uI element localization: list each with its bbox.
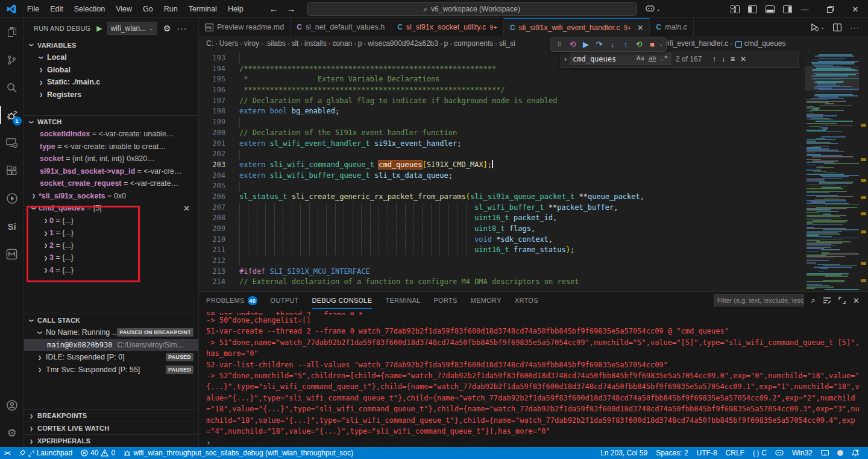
match-case-icon[interactable]: Aa [635,54,646,62]
panel-tab-ports[interactable]: PORTS [433,292,457,309]
find-previous-icon[interactable]: ↑ [712,55,716,63]
copilot-status-item[interactable] [771,447,788,459]
code-line[interactable]: 196 ************************************… [199,85,802,96]
debug-console-output[interactable]: 50-var-update --thread 2 --frame 0 *-> 5… [199,309,868,437]
find-toggle-replace-icon[interactable]: › [561,55,570,63]
watch-section-header[interactable]: ❯WATCH [24,115,198,128]
debug-settings-gear-icon[interactable]: ⚙ [163,24,171,33]
editor-more-actions-icon[interactable]: ··· [850,23,860,32]
run-or-debug-button[interactable]: ⌄ [810,23,825,31]
back-arrow-icon[interactable]: ← [269,4,278,14]
source-control-icon[interactable] [0,46,24,74]
breadcrumb-item[interactable]: viroy [244,39,259,48]
code-line[interactable]: 211uint16_t frame_status); [199,245,802,256]
breadcrumb-item[interactable]: installs [304,39,327,48]
maximize-panel-icon[interactable] [838,297,846,304]
menu-help[interactable]: Help [222,2,249,16]
continue-button[interactable]: ▶ [579,40,593,49]
forward-arrow-icon[interactable]: → [287,4,296,14]
split-editor-icon[interactable] [833,24,841,31]
breadcrumb-item[interactable]: conan [332,39,352,48]
start-debug-icon[interactable]: ▶ [96,24,102,33]
watch-child-item[interactable]: ❯4 = {...} [24,264,198,277]
stop-button[interactable]: ■ [646,40,659,49]
tab-sl-net-default-values-h[interactable]: Csl_net_default_values.h [291,18,391,36]
watch-item-cmd-queues[interactable]: ❯cmd_queues = [5]✕ [24,202,198,215]
code-line[interactable]: 201extern sl_wifi_event_handler_t si91x_… [199,139,802,150]
remote-tools-icon[interactable] [0,129,24,157]
command-center-search[interactable]: ⌕ v6_workspace (Workspace) [307,2,637,16]
tab-preview-readme-md[interactable]: Preview readme.md [199,18,291,36]
language-mode-item[interactable]: { }C [749,447,771,459]
code-line[interactable]: 213#ifdef SLI_SI91X_MCU_INTERFACE [199,267,802,277]
code-line[interactable]: 198extern bool bg_enabled; [199,106,802,117]
toolbar-drag-grip[interactable]: ⠿ [553,41,566,48]
breadcrumb-item[interactable]: slt [291,39,298,48]
panel-tab-output[interactable]: OUTPUT [271,292,299,309]
variables-section-header[interactable]: ❯VARIABLES [24,39,198,51]
m-box-icon[interactable] [0,240,24,268]
console-search-icon[interactable]: ⌕ [811,296,816,305]
watch-child-item[interactable]: ❯1 = {...} [24,227,198,239]
tab-main-c[interactable]: Cmain.c [650,18,694,36]
variables-item-staticmainc[interactable]: ❯Static: ./main.c [24,76,198,89]
code-line[interactable]: 210void *sdk_context, [199,235,802,245]
step-into-button[interactable]: ↓ [606,40,619,49]
step-out-button[interactable]: ↑ [619,40,632,49]
run-and-debug-icon[interactable]: 1 [0,101,24,129]
restart-button[interactable]: ⟲ [632,40,646,49]
menu-run[interactable]: Run [159,2,183,16]
circle-tool-icon[interactable] [0,185,24,212]
indentation-item[interactable]: Spaces: 2 [652,447,692,459]
breadcrumb[interactable]: C:›Users›viroy›.silabs›slt›installs›cona… [199,36,868,51]
watch-item[interactable]: socket_create_request = <-var-create… [24,177,198,190]
settings-gear-icon[interactable]: ⚙ [0,419,24,447]
find-in-selection-icon[interactable]: ≡ [731,55,735,63]
debug-config-status-item[interactable]: wifi_wlan_throughput_soc_silabs_debug (w… [119,447,357,459]
screencast-item[interactable] [817,447,833,459]
launch-config-dropdown[interactable]: wifi_wlan... ⌄ [107,22,157,35]
platform-item[interactable]: Win32 [788,447,817,459]
menu-file[interactable]: File [22,2,45,16]
breadcrumb-item[interactable]: .silabs [265,39,286,48]
breadcrumb-item[interactable]: p [444,39,448,48]
panel-tab-debug-console[interactable]: DEBUG CONSOLE [312,292,373,309]
stop-dropdown-chevron-icon[interactable]: ⌄ [659,42,663,47]
breadcrumb-item[interactable]: p [358,39,362,48]
panel-tab-xrtos[interactable]: XRTOS [515,292,538,309]
close-panel-icon[interactable]: ✕ [853,296,860,305]
menu-view[interactable]: View [110,2,137,16]
watch-child-item[interactable]: ❯3 = {...} [24,252,198,264]
code-line[interactable]: 208uint16_t packet_id, [199,213,802,224]
problems-status-item[interactable]: 40 0 [77,447,119,459]
close-find-icon[interactable]: ✕ [740,55,746,63]
regex-icon[interactable]: .* [659,54,669,62]
breadcrumb-item[interactable]: Users [219,39,238,48]
watch-child-item[interactable]: ❯2 = {...} [24,239,198,252]
toggle-panel-icon[interactable] [766,5,775,13]
breadcrumb-item[interactable]: wiseca800d942a62b3 [368,39,438,48]
code-line[interactable]: 205 [199,181,802,192]
whole-word-icon[interactable]: ab [647,54,658,62]
call-stack-thread[interactable]: ❯IDLE: Suspended [P: 0]PAUSED [24,351,198,364]
panel-tab-memory[interactable]: MEMORY [471,292,502,309]
sidebar-more-actions-icon[interactable]: ··· [177,24,187,33]
tab-sli-si91x-wifi-event-handler-c[interactable]: Csli_si91x_wifi_event_handler.c9+✕ [504,18,650,36]
code-editor[interactable]: 193194/*********************************… [199,53,802,291]
notifications-item[interactable] [848,447,863,459]
remote-indicator[interactable]: >< [0,447,14,459]
watch-item[interactable]: socketIdIndex = <-var-create: unable… [24,128,198,141]
call-stack-section-header[interactable]: ❯CALL STACK [24,314,198,326]
minimize-button[interactable]: — [792,0,817,18]
menu-edit[interactable]: Edit [45,2,69,16]
silicon-labs-icon[interactable]: Si [0,212,24,240]
tab-sl-si91x-socket-utility-c[interactable]: Csl_si91x_socket_utility.c9+ [391,18,504,36]
status-dot-item[interactable] [833,447,848,459]
toggle-secondary-sidebar-icon[interactable] [783,5,792,13]
minimap[interactable] [805,53,859,291]
panel-tab-terminal[interactable]: TERMINAL [385,292,420,309]
panel-tab-problems[interactable]: PROBLEMS40 [206,292,257,309]
call-stack-frame[interactable]: main@0x0820b930C:/Users/viroy/Sim… [24,339,198,352]
find-input[interactable]: cmd_queues Aa ab .* [570,52,671,65]
launchpad-item[interactable]: Launchpad [14,447,77,459]
